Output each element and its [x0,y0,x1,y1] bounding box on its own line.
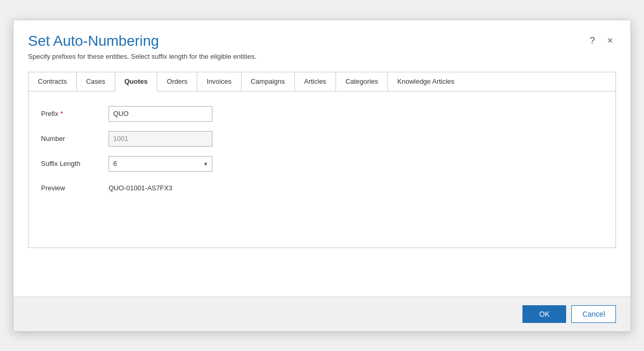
tab-quotes[interactable]: Quotes [115,72,158,92]
dialog-subtitle: Specify prefixes for these entities. Sel… [28,53,586,60]
tab-articles[interactable]: Articles [295,72,337,91]
dialog-title: Set Auto-Numbering [28,33,586,49]
close-button[interactable]: × [604,35,616,46]
dialog-body: Contracts Cases Quotes Orders Invoices C… [14,67,630,296]
number-input [109,131,212,147]
tab-cases[interactable]: Cases [77,72,115,91]
dialog-footer: OK Cancel [14,296,630,331]
dialog-header-actions: ? × [586,35,616,46]
tab-orders[interactable]: Orders [157,72,197,91]
help-button[interactable]: ? [586,35,598,46]
number-label: Number [41,135,109,142]
suffix-length-select-wrapper: 3 4 5 6 7 8 ▼ [109,156,212,172]
set-auto-numbering-dialog: Set Auto-Numbering Specify prefixes for … [13,20,631,332]
required-star: * [60,110,63,118]
prefix-label: Prefix * [41,110,109,118]
prefix-row: Prefix * [41,106,603,122]
ok-button[interactable]: OK [522,305,566,323]
suffix-length-select[interactable]: 3 4 5 6 7 8 [109,156,212,172]
tab-campaigns[interactable]: Campaigns [242,72,295,91]
cancel-button[interactable]: Cancel [571,305,616,323]
preview-row: Preview QUO-01001-AS7FX3 [41,184,603,192]
dialog-header: Set Auto-Numbering Specify prefixes for … [14,20,630,67]
tab-contracts[interactable]: Contracts [29,72,77,91]
prefix-input[interactable] [109,106,212,122]
tab-invoices[interactable]: Invoices [197,72,242,91]
preview-value: QUO-01001-AS7FX3 [109,184,172,192]
dialog-title-area: Set Auto-Numbering Specify prefixes for … [28,33,586,60]
tabs-container: Contracts Cases Quotes Orders Invoices C… [28,72,616,248]
suffix-length-row: Suffix Length 3 4 5 6 7 8 ▼ [41,156,603,172]
tab-knowledge-articles[interactable]: Knowledge Articles [388,72,464,91]
tab-categories[interactable]: Categories [336,72,388,91]
preview-label: Preview [41,184,109,192]
tab-content-quotes: Prefix * Number Suffix Length 3 4 [29,92,615,248]
number-row: Number [41,131,603,147]
suffix-length-label: Suffix Length [41,160,109,167]
tabs-header: Contracts Cases Quotes Orders Invoices C… [29,72,615,92]
